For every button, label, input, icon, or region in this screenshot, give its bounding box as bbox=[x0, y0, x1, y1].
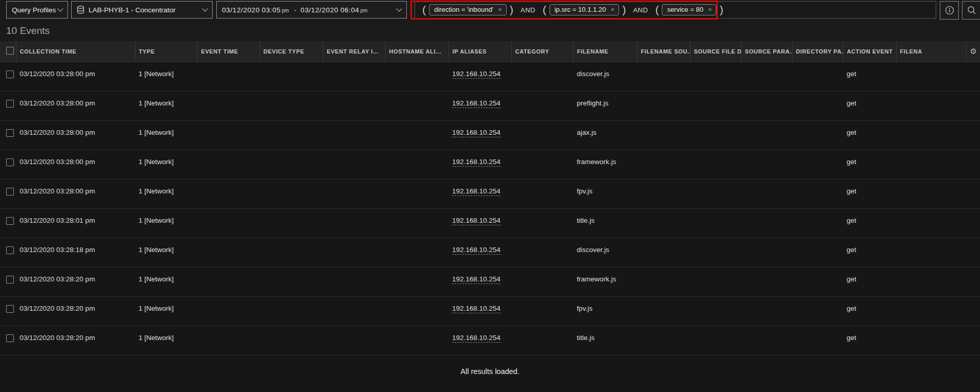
time-range-selector[interactable]: 03/12/2020 03:05 pm - 03/12/2020 06:04 p… bbox=[216, 1, 407, 19]
empty-cell bbox=[511, 238, 573, 267]
checkbox-cell bbox=[0, 238, 16, 267]
table-row[interactable]: 03/12/2020 03:28:00 pm1 [Network]192.168… bbox=[0, 62, 980, 91]
remove-pill-icon[interactable]: × bbox=[708, 6, 712, 13]
column-header[interactable]: FILENAME bbox=[573, 41, 637, 62]
ip-alias-value[interactable]: 192.168.10.254 bbox=[452, 246, 501, 255]
table-row[interactable]: 03/12/2020 03:28:18 pm1 [Network]192.168… bbox=[0, 238, 980, 267]
ip-aliases-cell: 192.168.10.254 bbox=[449, 296, 511, 326]
row-checkbox[interactable] bbox=[6, 334, 14, 342]
column-header[interactable]: FILENAME SOU... bbox=[637, 41, 690, 62]
table-row[interactable]: 03/12/2020 03:28:00 pm1 [Network]192.168… bbox=[0, 150, 980, 179]
service-name: LAB-PHYB-1 - Concentrator bbox=[89, 6, 176, 14]
empty-cell bbox=[260, 238, 323, 267]
service-selector[interactable]: LAB-PHYB-1 - Concentrator bbox=[71, 1, 213, 19]
checkbox-cell bbox=[0, 91, 16, 120]
ip-alias-value[interactable]: 192.168.10.254 bbox=[452, 70, 501, 79]
close-paren: ) bbox=[510, 2, 513, 17]
ip-alias-value[interactable]: 192.168.10.254 bbox=[452, 217, 501, 225]
ip-alias-value[interactable]: 192.168.10.254 bbox=[452, 187, 501, 196]
start-meridiem: pm bbox=[282, 8, 289, 13]
table-row[interactable]: 03/12/2020 03:28:01 pm1 [Network]192.168… bbox=[0, 208, 980, 238]
table-row[interactable]: 03/12/2020 03:28:20 pm1 [Network]192.168… bbox=[0, 326, 980, 355]
remove-pill-icon[interactable]: × bbox=[611, 6, 615, 13]
remove-pill-icon[interactable]: × bbox=[498, 6, 502, 13]
search-button[interactable] bbox=[962, 1, 980, 20]
column-header[interactable]: DEVICE TYPE bbox=[260, 41, 323, 62]
empty-cell bbox=[966, 62, 980, 91]
empty-cell bbox=[637, 238, 690, 267]
empty-cell bbox=[197, 238, 260, 267]
row-checkbox[interactable] bbox=[6, 129, 14, 137]
row-checkbox[interactable] bbox=[6, 70, 14, 78]
table-row[interactable]: 03/12/2020 03:28:00 pm1 [Network]192.168… bbox=[0, 120, 980, 150]
chevron-down-icon bbox=[57, 6, 63, 11]
open-paren: ( bbox=[543, 2, 546, 17]
checkbox-cell bbox=[0, 267, 16, 296]
column-header[interactable]: DIRECTORY PA... bbox=[792, 41, 843, 62]
ip-alias-value[interactable]: 192.168.10.254 bbox=[452, 99, 501, 108]
empty-cell bbox=[511, 120, 573, 150]
empty-cell bbox=[896, 296, 966, 326]
column-header[interactable]: COLLECTION TIME bbox=[16, 41, 135, 62]
row-checkbox[interactable] bbox=[6, 276, 14, 283]
row-checkbox[interactable] bbox=[6, 217, 14, 225]
column-header[interactable]: ACTION EVENT bbox=[843, 41, 896, 62]
row-checkbox[interactable] bbox=[6, 188, 14, 195]
ip-alias-value[interactable]: 192.168.10.254 bbox=[452, 305, 501, 313]
empty-cell bbox=[966, 120, 980, 150]
column-header[interactable]: FILENA bbox=[896, 41, 966, 62]
query-pill[interactable]: service = 80× bbox=[662, 4, 716, 15]
row-checkbox[interactable] bbox=[6, 305, 14, 313]
filename-cell: ajax.js bbox=[573, 120, 637, 150]
empty-cell bbox=[197, 150, 260, 179]
empty-cell bbox=[385, 62, 449, 91]
select-all-checkbox[interactable] bbox=[6, 47, 14, 55]
empty-cell bbox=[323, 296, 385, 326]
empty-cell bbox=[323, 238, 385, 267]
column-header[interactable]: EVENT TIME bbox=[197, 41, 260, 62]
filename-cell: discover.js bbox=[573, 238, 637, 267]
column-header[interactable]: EVENT RELAY I... bbox=[323, 41, 385, 62]
ip-alias-value[interactable]: 192.168.10.254 bbox=[452, 158, 501, 167]
column-header[interactable]: SOURCE FILE DI... bbox=[690, 41, 741, 62]
ip-alias-value[interactable]: 192.168.10.254 bbox=[452, 275, 501, 284]
query-builder-bar[interactable]: (direction = 'inbound'×)AND(ip.src = 10.… bbox=[415, 1, 936, 19]
empty-cell bbox=[792, 179, 843, 208]
query-pill[interactable]: ip.src = 10.1.1.20× bbox=[549, 4, 620, 15]
row-checkbox[interactable] bbox=[6, 100, 14, 108]
empty-cell bbox=[637, 91, 690, 120]
range-separator: - bbox=[294, 6, 297, 14]
table-row[interactable]: 03/12/2020 03:28:20 pm1 [Network]192.168… bbox=[0, 267, 980, 296]
column-header[interactable]: CATEGORY bbox=[511, 41, 573, 62]
row-checkbox[interactable] bbox=[6, 246, 14, 254]
empty-cell bbox=[637, 296, 690, 326]
column-header[interactable]: IP ALIASES bbox=[449, 41, 511, 62]
info-button[interactable] bbox=[940, 1, 959, 20]
gear-icon[interactable]: ⚙ bbox=[970, 47, 977, 56]
action-event-cell: get bbox=[843, 267, 896, 296]
empty-cell bbox=[896, 208, 966, 238]
close-paren: ) bbox=[719, 2, 723, 17]
query-profiles-label: Query Profiles bbox=[12, 6, 56, 14]
table-row[interactable]: 03/12/2020 03:28:20 pm1 [Network]192.168… bbox=[0, 296, 980, 326]
empty-cell bbox=[511, 179, 573, 208]
empty-cell bbox=[260, 120, 323, 150]
query-profiles-dropdown[interactable]: Query Profiles bbox=[6, 1, 68, 19]
row-checkbox[interactable] bbox=[6, 158, 14, 166]
empty-cell bbox=[690, 179, 741, 208]
column-header[interactable]: SOURCE PARA... bbox=[741, 41, 792, 62]
column-header[interactable]: TYPE bbox=[135, 41, 197, 62]
filename-cell: fpv.js bbox=[573, 296, 637, 326]
ip-alias-value[interactable]: 192.168.10.254 bbox=[452, 334, 501, 343]
open-paren: ( bbox=[422, 2, 426, 17]
column-header[interactable]: HOSTNAME ALI... bbox=[385, 41, 449, 62]
table-row[interactable]: 03/12/2020 03:28:00 pm1 [Network]192.168… bbox=[0, 179, 980, 208]
query-pill[interactable]: direction = 'inbound'× bbox=[429, 4, 507, 15]
empty-cell bbox=[966, 91, 980, 120]
table-row[interactable]: 03/12/2020 03:28:00 pm1 [Network]192.168… bbox=[0, 91, 980, 120]
empty-cell bbox=[690, 267, 741, 296]
empty-cell bbox=[896, 326, 966, 355]
and-operator: AND bbox=[521, 6, 536, 14]
events-table-container: COLLECTION TIMETYPEEVENT TIMEDEVICE TYPE… bbox=[0, 41, 980, 392]
ip-alias-value[interactable]: 192.168.10.254 bbox=[452, 129, 501, 137]
